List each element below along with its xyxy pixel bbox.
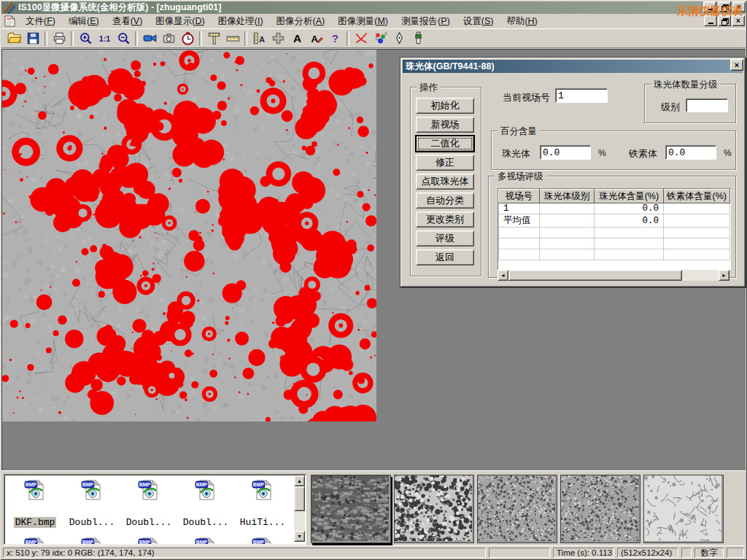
mdi-restore-button[interactable]	[718, 15, 731, 26]
current-field-label: 当前视场号	[503, 91, 550, 104]
mdi-minimize-button[interactable]	[704, 15, 717, 26]
ruler-icon[interactable]	[223, 30, 242, 47]
auto-classify-button[interactable]: 自动分类	[416, 192, 474, 209]
menu-image-display[interactable]: 图像显示(D)	[149, 14, 211, 29]
video-camera-icon[interactable]	[140, 30, 159, 47]
file-item[interactable]: BMP	[64, 536, 120, 545]
file-item[interactable]: BMPHuiTi...	[235, 478, 290, 528]
pearlite-dialog: 珠光体(GB/T9441-88) × 操作 初始化新视场二值化修正点取珠光体自动…	[400, 57, 746, 287]
file-item[interactable]: BMP	[7, 536, 63, 545]
menu-settings[interactable]: 设置(S)	[457, 14, 500, 29]
text-edit-icon[interactable]: A	[306, 30, 325, 47]
save-file-icon[interactable]	[23, 30, 42, 47]
grade-level-input[interactable]	[686, 98, 728, 112]
table-row[interactable]	[499, 249, 730, 260]
vscroll-thumb[interactable]	[294, 486, 305, 511]
thumbnail-4[interactable]	[560, 475, 640, 543]
binarize-button[interactable]: 二值化	[416, 136, 474, 152]
timer-clock-icon[interactable]	[178, 30, 197, 47]
text-label-icon[interactable]: A	[287, 30, 306, 47]
zoom-out-icon[interactable]	[114, 30, 133, 47]
scroll-down-icon[interactable]: ▼	[294, 531, 305, 542]
snapshot-camera-icon[interactable]	[159, 30, 178, 47]
thumbnail-1[interactable]	[311, 475, 391, 543]
new-field-button[interactable]: 新视场	[416, 117, 474, 133]
status-empty-3	[727, 548, 744, 558]
mdi-close-button[interactable]: ×	[732, 15, 745, 26]
hscroll-thumb[interactable]	[508, 270, 682, 281]
file-item[interactable]: BMPDoubl...	[64, 478, 120, 528]
initialize-button[interactable]: 初始化	[416, 98, 474, 114]
return-button[interactable]: 返回	[416, 249, 474, 265]
minimize-button[interactable]	[703, 1, 716, 12]
menu-file[interactable]: 文件(F)	[19, 14, 62, 29]
dialog-close-icon[interactable]: ×	[730, 59, 743, 71]
multi-field-rating-group: 多视场评级 视场号珠光体级别珠光体含量(%)铁素体含量(%)10.0平均值0.0…	[488, 176, 736, 278]
merge-tiles-icon[interactable]	[268, 30, 287, 47]
current-field-input[interactable]	[555, 88, 608, 103]
grade-button[interactable]: 评级	[416, 230, 474, 246]
menu-measure-report[interactable]: 测量报告(P)	[395, 14, 457, 29]
dialog-title-bar: 珠光体(GB/T9441-88)	[403, 60, 743, 73]
file-item[interactable]: BMP	[235, 536, 290, 545]
svg-text:BMP: BMP	[196, 540, 208, 545]
title-bar: IS100显微摄像系统(金相分析版) - [zhuguangti01]	[1, 1, 746, 14]
thumbnail-5[interactable]	[643, 475, 724, 543]
file-browser-vscrollbar[interactable]: ▲ ▼	[294, 475, 305, 542]
ferrite-input[interactable]	[665, 145, 716, 160]
rating-table-hscrollbar[interactable]: ◄ ►	[498, 270, 729, 281]
dialog-title: 珠光体(GB/T9441-88)	[406, 61, 495, 73]
close-button[interactable]: ×	[732, 1, 746, 12]
binarized-micrograph-image[interactable]	[2, 50, 376, 421]
zoom-in-icon[interactable]	[76, 30, 95, 47]
svg-text:BMP: BMP	[253, 482, 265, 487]
open-file-icon[interactable]	[4, 30, 23, 47]
operations-group: 操作 初始化新视场二值化修正点取珠光体自动分类更改类别评级返回	[410, 87, 481, 276]
file-name: HuiTi...	[239, 517, 287, 528]
table-row[interactable]	[499, 228, 730, 238]
column-header[interactable]: 视场号	[499, 190, 540, 203]
menu-image-process[interactable]: 图像处理(I)	[212, 14, 270, 29]
svg-text:?: ?	[331, 32, 338, 44]
pick-pearlite-button[interactable]: 点取珠光体	[416, 174, 474, 190]
table-row[interactable]: 平均值0.0	[499, 214, 730, 228]
menu-help[interactable]: 帮助(H)	[500, 14, 543, 29]
table-cell	[595, 228, 664, 238]
scroll-left-icon[interactable]: ◄	[498, 270, 508, 281]
paint-brush-icon[interactable]	[409, 30, 427, 47]
column-header[interactable]: 珠光体含量(%)	[595, 190, 664, 203]
scale-measure-icon[interactable]: A	[249, 30, 268, 47]
document-icon[interactable]: DOC	[4, 15, 16, 27]
help-icon[interactable]: ?	[325, 30, 344, 47]
menu-image-measure[interactable]: 图像测量(M)	[331, 14, 395, 29]
print-icon[interactable]	[50, 30, 69, 47]
menu-view[interactable]: 查看(V)	[106, 14, 150, 29]
menu-edit[interactable]: 编辑(E)	[62, 14, 106, 29]
phase-classify-icon[interactable]: 12	[371, 30, 390, 47]
correct-button[interactable]: 修正	[416, 155, 474, 171]
file-item[interactable]: BMPDoubl...	[121, 478, 177, 528]
caliper-icon[interactable]	[204, 30, 223, 47]
table-cell	[539, 249, 595, 260]
table-row[interactable]: 10.0	[499, 203, 730, 214]
change-class-button[interactable]: 更改类别	[416, 211, 474, 228]
table-row[interactable]	[499, 238, 730, 249]
thumbnail-2[interactable]	[394, 475, 474, 543]
menu-image-analysis[interactable]: 图像分析(A)	[270, 14, 332, 29]
file-item[interactable]: BMP	[121, 536, 177, 545]
column-header[interactable]: 珠光体级别	[539, 190, 595, 203]
scroll-up-icon[interactable]: ▲	[294, 475, 305, 486]
file-item[interactable]: BMP	[178, 536, 233, 545]
column-header[interactable]: 铁素体含量(%)	[664, 190, 730, 203]
file-item[interactable]: BMPDKF.bmp	[7, 478, 63, 528]
actual-size-icon[interactable]: 1:1	[95, 30, 114, 47]
restore-button[interactable]	[718, 1, 731, 12]
pearlite-input[interactable]	[540, 145, 591, 160]
svg-text:BMP: BMP	[26, 540, 37, 545]
scroll-right-icon[interactable]: ►	[719, 270, 729, 281]
thumbnail-3[interactable]	[477, 475, 557, 543]
ink-picker-icon[interactable]	[390, 30, 409, 47]
curve-measure-icon[interactable]	[352, 30, 371, 47]
hscroll-track[interactable]	[682, 270, 719, 281]
file-item[interactable]: BMPDoubl...	[178, 478, 233, 528]
